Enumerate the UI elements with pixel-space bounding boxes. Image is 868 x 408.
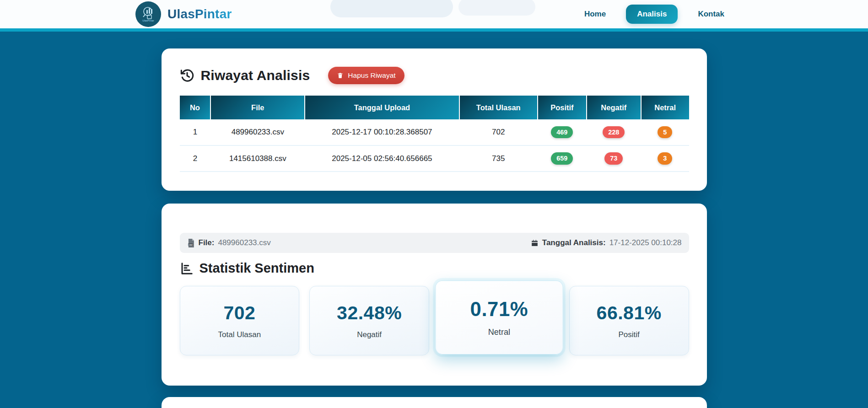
navbar-ghost-shape — [330, 0, 453, 17]
col-header-netral: Netral — [641, 96, 689, 119]
navbar-ghost-shape — [458, 0, 535, 16]
positif-badge: 659 — [551, 152, 573, 165]
nav-item-kontak[interactable]: Kontak — [698, 10, 724, 19]
cell-no: 2 — [180, 145, 211, 172]
svg-text:UlasPintar: UlasPintar — [142, 19, 154, 22]
brand[interactable]: UlasPintar UlasPintar — [135, 1, 232, 27]
table-row[interactable]: 1 489960233.csv 2025-12-17 00:10:28.3685… — [180, 119, 689, 145]
stats-header: Statistik Sentimen — [180, 261, 689, 276]
col-header-file: File — [210, 96, 305, 119]
col-header-no: No — [180, 96, 211, 119]
col-header-negatif: Negatif — [587, 96, 641, 119]
negatif-badge: 228 — [603, 126, 625, 139]
stat-card-netral[interactable]: 0.71% Netral — [435, 280, 563, 354]
table-row[interactable]: 2 1415610388.csv 2025-12-05 02:56:40.656… — [180, 145, 689, 172]
brand-logo-icon: UlasPintar — [135, 1, 161, 27]
stat-value: 66.81% — [597, 302, 662, 324]
brand-name: UlasPintar — [167, 7, 232, 21]
stat-value: 32.48% — [337, 302, 402, 324]
date-value: 17-12-2025 00:10:28 — [609, 238, 682, 247]
trash-icon — [337, 72, 344, 79]
positif-badge: 469 — [551, 126, 573, 139]
svg-text:CSV: CSV — [188, 243, 192, 246]
stat-card-negatif[interactable]: 32.48% Negatif — [309, 286, 429, 355]
col-header-positif: Positif — [538, 96, 587, 119]
stat-value: 702 — [223, 302, 255, 324]
stat-value: 0.71% — [470, 298, 528, 321]
nav-item-analisis[interactable]: Analisis — [626, 5, 678, 24]
file-label: File: — [199, 238, 215, 247]
file-value: 489960233.csv — [218, 238, 270, 247]
history-title: Riwayat Analisis — [201, 68, 310, 83]
stat-card-positif[interactable]: 66.81% Positif — [569, 286, 689, 355]
cell-file: 1415610388.csv — [210, 145, 305, 172]
negatif-badge: 73 — [604, 152, 623, 165]
date-meta: Tanggal Analisis: 17-12-2025 00:10:28 — [531, 238, 682, 247]
stats-title: Statistik Sentimen — [199, 261, 314, 276]
cell-total: 735 — [459, 145, 538, 172]
stat-card-total-ulasan[interactable]: 702 Total Ulasan — [180, 286, 300, 355]
cell-uploaded: 2025-12-17 00:10:28.368507 — [305, 119, 459, 145]
accent-divider — [0, 28, 868, 32]
stats-grid: 702 Total Ulasan 32.48% Negatif 0.71% Ne… — [180, 286, 689, 355]
navbar: UlasPintar UlasPintar Home Analisis Kont… — [0, 0, 868, 28]
analysis-meta-bar: CSV File: 489960233.csv Tanggal Analisis… — [180, 233, 689, 253]
analysis-card: CSV File: 489960233.csv Tanggal Analisis… — [162, 204, 707, 386]
table-header-row: No File Tanggal Upload Total Ulasan Posi… — [180, 96, 689, 119]
cell-file: 489960233.csv — [210, 119, 305, 145]
nav-links: Home Analisis Kontak — [584, 5, 724, 24]
col-header-total-ulasan: Total Ulasan — [459, 96, 538, 119]
clear-history-button[interactable]: Hapus Riwayat — [328, 67, 404, 84]
stat-label: Total Ulasan — [218, 330, 261, 339]
history-icon — [180, 68, 194, 83]
history-table: No File Tanggal Upload Total Ulasan Posi… — [180, 96, 689, 172]
calendar-icon — [531, 239, 539, 247]
csv-file-icon: CSV — [187, 239, 195, 247]
history-header: Riwayat Analisis Hapus Riwayat — [180, 67, 689, 84]
stat-label: Positif — [618, 330, 639, 339]
clear-history-label: Hapus Riwayat — [348, 71, 395, 80]
netral-badge: 3 — [658, 152, 672, 165]
nav-item-home[interactable]: Home — [584, 10, 606, 19]
col-header-tanggal-upload: Tanggal Upload — [305, 96, 459, 119]
cell-no: 1 — [180, 119, 211, 145]
history-card: Riwayat Analisis Hapus Riwayat No File T… — [162, 48, 707, 191]
file-meta: CSV File: 489960233.csv — [187, 238, 271, 247]
bar-chart-icon — [180, 262, 194, 275]
cell-total: 702 — [459, 119, 538, 145]
stat-label: Negatif — [357, 330, 382, 339]
next-card-partial — [162, 397, 707, 408]
stat-label: Netral — [488, 327, 510, 337]
netral-badge: 5 — [658, 126, 672, 139]
cell-uploaded: 2025-12-05 02:56:40.656665 — [305, 145, 459, 172]
date-label: Tanggal Analisis: — [542, 238, 606, 247]
